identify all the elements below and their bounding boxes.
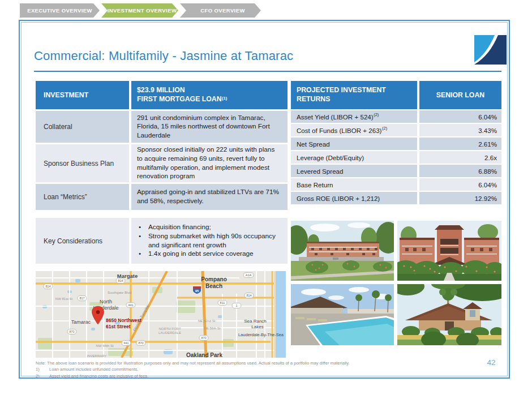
row-label: Leverage (Debt/Equity): [291, 151, 417, 164]
row-content: Appraised going-in and stabilized LTVs a…: [131, 185, 288, 209]
map-label: Sea Ranch: [244, 319, 267, 324]
breadcrumb-item-cfo-overview[interactable]: CFO OVERVIEW: [180, 3, 261, 18]
footnote-number: 2): [36, 373, 49, 379]
table-row-net-spread: Net Spread 2.61%: [291, 138, 501, 150]
footnote-text: Asset yield and financing costs are incl…: [49, 373, 421, 379]
route-shield: 814: [246, 294, 251, 297]
map-label: Oakland Park: [186, 352, 222, 358]
photo-swimming-pool: [291, 284, 394, 345]
footnotes: Note: The above loan scenario is provide…: [36, 360, 421, 379]
projected-returns-table: PROJECTED INVESTMENT RETURNS SENIOR LOAN…: [291, 81, 501, 204]
list-item: Acquisition financing;: [131, 223, 284, 232]
table-row-leverage: Leverage (Debt/Equity) 2.6x: [291, 151, 501, 164]
company-logo-icon: [474, 35, 507, 65]
location-map: 814 814 817 441 870 441 870 870 811 1 A1…: [36, 271, 286, 358]
row-label: Base Return: [291, 178, 417, 191]
breadcrumb-label: CFO OVERVIEW: [200, 7, 245, 14]
footnote-item: 1) Loan amount includes unfunded commitm…: [36, 366, 421, 372]
row-value: 6.04%: [419, 178, 501, 191]
route-shield: 817: [79, 297, 84, 300]
table-row-asset-yield: Asset Yield (LIBOR + 524)(2) 6.04%: [291, 110, 501, 123]
table-row-loan-metrics: Loan “Metrics” Appraised going-in and st…: [36, 184, 288, 210]
header-label: INVESTMENT: [36, 91, 88, 99]
table-row-base-return: Base Return 6.04%: [291, 178, 501, 191]
photo-clubhouse: [397, 284, 501, 345]
row-value: 2.6x: [419, 151, 501, 164]
map-label: Beach: [205, 283, 222, 289]
route-shield: 870: [138, 341, 143, 345]
row-label: Sponsor Business Plan: [36, 144, 129, 182]
route-shield: 441: [123, 341, 128, 345]
route-shield: 814: [45, 285, 50, 288]
map-label: Lakes: [251, 324, 263, 329]
key-considerations-list: Acquisition financing; Strong submarket …: [131, 220, 288, 262]
footnote-ref: (1): [222, 96, 227, 101]
row-content-cell: Appraised going-in and stabilized LTVs a…: [131, 184, 288, 210]
row-label: Key Considerations: [36, 218, 129, 264]
route-shield: 870: [69, 330, 74, 333]
map-label: NE 56th St: [204, 327, 220, 330]
map-label: Southgate Blvd: [108, 290, 132, 294]
breadcrumb-item-investment-overview[interactable]: INVESTMENT OVERVIEW: [101, 3, 178, 18]
senior-loan-header-cell: SENIOR LOAN: [419, 81, 501, 109]
footnote-item: 2) Asset yield and financing costs are i…: [36, 373, 421, 379]
table-row-key-considerations: Key Considerations Acquisition financing…: [36, 218, 288, 264]
table-row-collateral: Collateral 291 unit condominium complex …: [36, 111, 288, 143]
note-text: Note: The above loan scenario is provide…: [36, 360, 421, 366]
row-content: 291 unit condominium complex in Tamarac,…: [131, 110, 288, 144]
row-label: Loan “Metrics”: [36, 184, 129, 210]
loan-amount: $23.9 MILLION: [137, 86, 185, 95]
map-label: Tamarac: [71, 319, 91, 325]
footnote-ref: (2): [374, 112, 379, 117]
row-label: Gross ROE (LIBOR + 1,212): [291, 192, 417, 204]
returns-header-cell: PROJECTED INVESTMENT RETURNS: [291, 81, 417, 109]
breadcrumb-item-executive-overview[interactable]: EXECUTIVE OVERVIEW: [20, 3, 100, 18]
photo-building-exterior: [397, 221, 501, 281]
route-shield: A1A: [246, 273, 252, 277]
row-content: Sponsor closed initially on 222 units wi…: [131, 142, 288, 184]
row-content-cell: Sponsor closed initially on 222 units wi…: [131, 144, 288, 182]
row-label: Levered Spread: [291, 165, 417, 177]
row-label: Collateral: [36, 111, 129, 143]
row-value: 3.43%: [419, 124, 501, 136]
returns-table-header: PROJECTED INVESTMENT RETURNS SENIOR LOAN: [291, 81, 501, 109]
row-value: 2.61%: [419, 138, 501, 150]
investment-header-cell: INVESTMENT: [36, 81, 129, 109]
row-value: 12.92%: [419, 192, 501, 204]
map-label: NE 62nd St: [198, 319, 216, 323]
route-shield: 441: [128, 303, 133, 307]
marker-address-line: 8650 Northwest: [106, 318, 141, 323]
breadcrumb-label: INVESTMENT OVERVIEW: [108, 7, 177, 14]
map-label: INVERRARY: [87, 354, 107, 358]
list-item: Strong submarket with high 90s occupancy…: [131, 232, 284, 250]
row-label: Asset Yield (LIBOR + 524)(2): [291, 110, 417, 123]
investment-table-header: INVESTMENT $23.9 MILLION FIRST MORTGAGE …: [36, 81, 288, 109]
map-label: Pompano: [201, 276, 227, 282]
page-title: Commercial: Multifamily - Jasmine at Tam…: [34, 49, 293, 63]
map-label: North: [100, 299, 112, 304]
table-row-levered-spread: Levered Spread 6.88%: [291, 165, 501, 177]
table-row-cost-of-funds: Cost of Funds (LIBOR + 263)(2) 3.43%: [291, 124, 501, 136]
svg-text:95: 95: [195, 289, 199, 293]
page-number: 42: [479, 358, 504, 367]
investment-summary-table: INVESTMENT $23.9 MILLION FIRST MORTGAGE …: [36, 81, 288, 264]
footnote-text: Loan amount includes unfunded commitment…: [49, 366, 421, 372]
title-divider: [34, 71, 501, 72]
row-value: 6.88%: [419, 165, 501, 177]
row-value: 6.04%: [419, 110, 501, 123]
route-shield: 811: [220, 301, 225, 304]
map-label: Lauderdale-By-The-Sea: [238, 332, 284, 337]
map-label: NW 44th St: [96, 344, 114, 347]
route-shield: 870: [201, 336, 206, 340]
list-item: 1.4x going in debt service coverage: [131, 250, 284, 259]
map-label: NORTH FORT: [158, 327, 181, 331]
header-label: SENIOR LOAN: [436, 91, 484, 99]
photo-apartment-grounds: [291, 221, 394, 281]
route-shield: 1: [235, 304, 237, 307]
row-label: Net Spread: [291, 138, 417, 150]
map-label: LAUDERDALE: [158, 331, 181, 334]
table-row-sponsor-business-plan: Sponsor Business Plan Sponsor closed ini…: [36, 144, 288, 182]
row-content-cell: 291 unit condominium complex in Tamarac,…: [131, 111, 288, 143]
footnote-ref: (2): [382, 126, 387, 131]
row-label: Cost of Funds (LIBOR + 263)(2): [291, 124, 417, 136]
